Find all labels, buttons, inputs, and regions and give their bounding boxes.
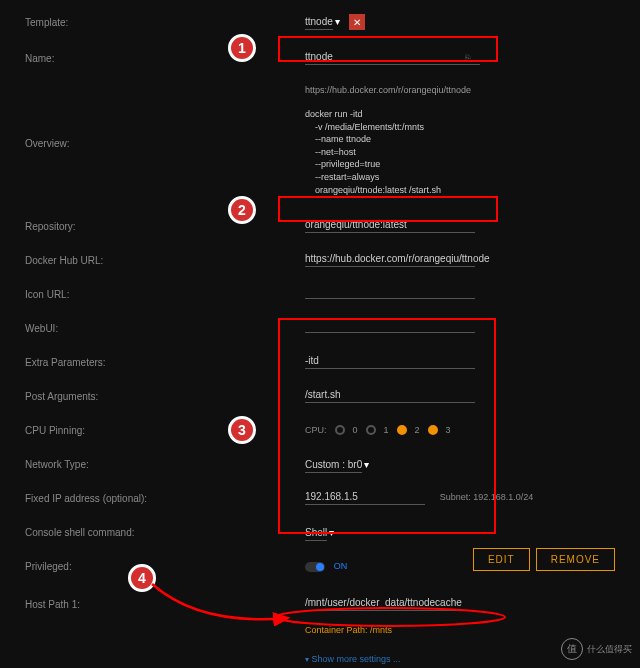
hub-link-top: https://hub.docker.com/r/orangeqiu/ttnod… [305, 85, 615, 95]
icon-url-input[interactable] [305, 287, 475, 299]
privileged-toggle[interactable] [305, 562, 325, 572]
console-shell-label: Console shell command: [25, 527, 305, 538]
privileged-state: ON [334, 561, 348, 571]
remove-template-icon[interactable]: ✕ [349, 14, 365, 30]
edit-button[interactable]: EDIT [473, 548, 530, 571]
cpu-pinning-label: CPU Pinning: [25, 425, 305, 436]
post-args-input[interactable]: /start.sh [305, 389, 475, 403]
container-path-label: Container Path: /mnts [305, 625, 615, 635]
host-path-1-label: Host Path 1: [25, 599, 305, 610]
extra-params-label: Extra Parameters: [25, 357, 305, 368]
webui-label: WebUI: [25, 323, 305, 334]
cpu-0-radio[interactable] [335, 425, 345, 435]
watermark: 值 什么值得买 [561, 638, 632, 660]
overview-text: docker run -itd -v /media/Elements/tt:/m… [305, 108, 615, 196]
show-more-settings-link[interactable]: ▾ Show more settings ... [305, 654, 401, 664]
cpu-pinning-group: CPU: 0 1 2 3 [305, 425, 615, 435]
repository-label: Repository: [25, 221, 305, 232]
icon-url-label: Icon URL: [25, 289, 305, 300]
fixed-ip-input[interactable]: 192.168.1.5 [305, 491, 425, 505]
cpu-3-radio[interactable] [428, 425, 438, 435]
docker-hub-url-input[interactable]: https://hub.docker.com/r/orangeqiu/ttnod… [305, 253, 475, 267]
chevron-down-icon: ▾ [329, 527, 334, 538]
template-label: Template: [25, 17, 305, 28]
post-args-label: Post Arguments: [25, 391, 305, 402]
cpu-1-radio[interactable] [366, 425, 376, 435]
subnet-label: Subnet: 192.168.1.0/24 [440, 492, 534, 502]
host-path-1-input[interactable]: /mnt/user/docker_data/ttnodecache [305, 597, 475, 611]
cpu-2-radio[interactable] [397, 425, 407, 435]
chevron-down-icon: ▾ [335, 16, 340, 27]
repository-input[interactable]: orangeqiu/ttnode:latest [305, 219, 475, 233]
name-input[interactable]: ttnode [305, 51, 480, 65]
network-type-select[interactable]: Custom : br0 [305, 457, 362, 473]
webui-input[interactable] [305, 321, 475, 333]
copy-icon[interactable]: ⎘ [465, 53, 470, 63]
fixed-ip-label: Fixed IP address (optional): [25, 493, 305, 504]
watermark-text: 什么值得买 [587, 643, 632, 656]
extra-params-input[interactable]: -itd [305, 355, 475, 369]
chevron-down-icon: ▾ [364, 459, 369, 470]
console-shell-select[interactable]: Shell [305, 525, 327, 541]
network-type-label: Network Type: [25, 459, 305, 470]
docker-hub-url-label: Docker Hub URL: [25, 255, 305, 266]
privileged-label: Privileged: [25, 561, 305, 572]
template-select[interactable]: ttnode [305, 14, 333, 30]
overview-label: Overview: [25, 108, 305, 149]
watermark-icon: 值 [561, 638, 583, 660]
remove-button[interactable]: REMOVE [536, 548, 615, 571]
name-label: Name: [25, 53, 305, 64]
